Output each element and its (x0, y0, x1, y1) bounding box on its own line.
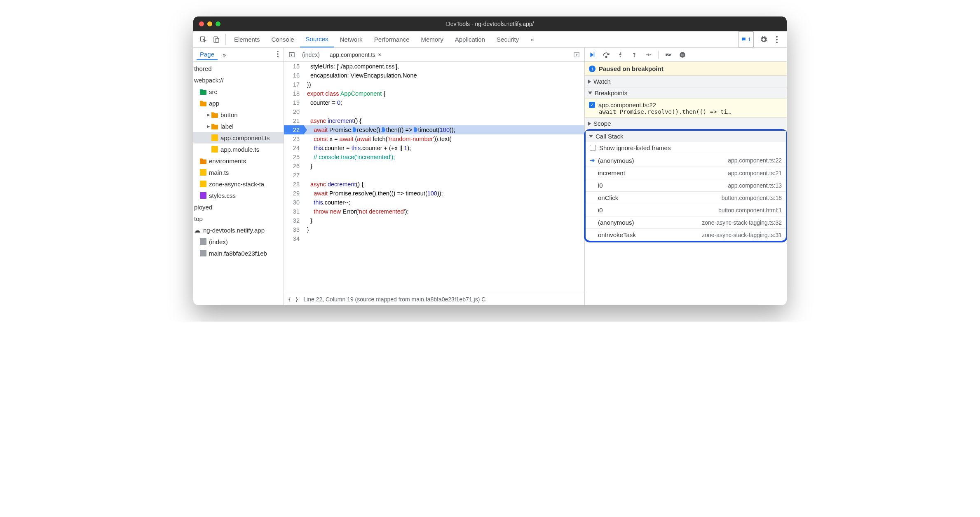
callstack-frame[interactable]: incrementapp.component.ts:21 (586, 167, 786, 179)
line-number[interactable]: 29 (284, 189, 304, 198)
tab-memory[interactable]: Memory (415, 31, 449, 47)
code-line[interactable]: 29 await Promise.resolve().then(() => ti… (284, 189, 584, 198)
line-number[interactable]: 21 (284, 116, 304, 125)
code-line[interactable]: 31 throw new Error('not decremented'); (284, 207, 584, 216)
checkbox-icon[interactable] (590, 145, 596, 151)
line-number[interactable]: 32 (284, 216, 304, 225)
file-tree-item[interactable]: app.module.ts (193, 143, 284, 155)
code-line[interactable]: 25 // console.trace('incremented'); (284, 153, 584, 162)
file-tree-item[interactable]: webpack:// (193, 74, 284, 86)
line-number[interactable]: 15 (284, 62, 304, 71)
code-line[interactable]: 28 async decrement() { (284, 180, 584, 189)
close-tab-icon[interactable]: × (378, 52, 381, 58)
file-tree-item[interactable]: environments (193, 155, 284, 167)
line-number[interactable]: 17 (284, 80, 304, 89)
file-tree-item[interactable]: ☁︎ng-devtools.netlify.app (193, 224, 284, 236)
show-ignored-toggle[interactable]: Show ignore-listed frames (586, 142, 786, 154)
line-number[interactable]: 30 (284, 198, 304, 207)
code-line[interactable]: 30 this.counter--; (284, 198, 584, 207)
tab-security[interactable]: Security (491, 31, 525, 47)
code-line[interactable]: 20 (284, 107, 584, 116)
line-number[interactable]: 23 (284, 134, 304, 143)
callstack-frame[interactable]: (anonymous)zone-async-stack-tagging.ts:3… (586, 216, 786, 228)
code-line[interactable]: 22 await Promise.resolve().then(() => ti… (284, 125, 584, 134)
code-line[interactable]: 15 styleUrls: ['./app.component.css'], (284, 62, 584, 71)
line-number[interactable]: 27 (284, 171, 304, 180)
step-into-icon[interactable] (616, 51, 624, 59)
callstack-frame[interactable]: i0button.component.html:1 (586, 204, 786, 216)
run-snippet-icon[interactable] (571, 52, 582, 58)
file-tree-item[interactable]: (index) (193, 236, 284, 247)
file-tree-item[interactable]: top (193, 213, 284, 224)
code-line[interactable]: 24 this.counter = this.counter + (+x || … (284, 143, 584, 153)
code-line[interactable]: 32 } (284, 216, 584, 225)
deactivate-breakpoints-icon[interactable] (664, 51, 673, 59)
line-number[interactable]: 31 (284, 207, 304, 216)
pretty-print-icon[interactable]: { } (288, 296, 298, 303)
breakpoint-checkbox[interactable]: ✓ (589, 102, 595, 108)
line-number[interactable]: 22 (284, 125, 304, 134)
file-tree-item[interactable]: ▸button (193, 109, 284, 120)
file-tree-item[interactable]: ployed (193, 201, 284, 213)
line-number[interactable]: 25 (284, 153, 304, 162)
line-number[interactable]: 18 (284, 89, 304, 98)
file-tree-item[interactable]: app.component.ts (193, 132, 284, 143)
editor-tab-app-component[interactable]: app.component.ts × (326, 50, 385, 60)
resume-icon[interactable] (588, 51, 596, 59)
breakpoint-item[interactable]: ✓ app.component.ts:22 await Promise.reso… (585, 99, 787, 118)
tab-application[interactable]: Application (449, 31, 491, 47)
step-over-icon[interactable] (602, 51, 610, 59)
more-icon[interactable] (770, 31, 783, 47)
callstack-frame[interactable]: onClickbutton.component.ts:18 (586, 191, 786, 204)
file-tree-item[interactable]: thored (193, 63, 284, 74)
line-number[interactable]: 26 (284, 162, 304, 171)
line-number[interactable]: 20 (284, 107, 304, 116)
line-number[interactable]: 19 (284, 98, 304, 107)
code-line[interactable]: 17}) (284, 80, 584, 89)
file-tree-item[interactable]: zone-async-stack-ta (193, 178, 284, 190)
code-line[interactable]: 18export class AppComponent { (284, 89, 584, 98)
callstack-frame[interactable]: i0app.component.ts:13 (586, 179, 786, 191)
code-area[interactable]: 15 styleUrls: ['./app.component.css'],16… (284, 62, 584, 293)
file-tree-item[interactable]: ▸label (193, 120, 284, 132)
code-line[interactable]: 16 encapsulation: ViewEncapsulation.None (284, 71, 584, 80)
file-tree-item[interactable]: main.ts (193, 167, 284, 178)
file-tree-item[interactable]: styles.css (193, 190, 284, 201)
tab-performance[interactable]: Performance (368, 31, 415, 47)
step-icon[interactable] (644, 51, 652, 59)
nav-back-icon[interactable] (286, 52, 297, 58)
line-number[interactable]: 24 (284, 143, 304, 153)
file-tree-item[interactable]: main.fa8bfa0e23f1eb (193, 247, 284, 259)
callstack-frame[interactable]: onInvokeTaskzone-async-stack-tagging.ts:… (586, 228, 786, 241)
code-line[interactable]: 34 (284, 234, 584, 243)
pause-exceptions-icon[interactable] (678, 51, 687, 59)
editor-tab-index[interactable]: (index) (298, 50, 324, 60)
scope-section[interactable]: Scope (585, 118, 787, 129)
issues-badge[interactable]: 1 (738, 31, 754, 47)
navigator-more-icon[interactable] (275, 51, 280, 59)
device-toggle-icon[interactable] (210, 31, 223, 47)
code-line[interactable]: 33} (284, 225, 584, 234)
callstack-frame[interactable]: ➔(anonymous)app.component.ts:22 (586, 154, 786, 167)
step-out-icon[interactable] (630, 51, 638, 59)
code-line[interactable]: 21 async increment() { (284, 116, 584, 125)
inspect-icon[interactable] (197, 31, 210, 47)
callstack-header[interactable]: Call Stack (586, 131, 786, 142)
breakpoints-header[interactable]: Breakpoints (585, 87, 787, 99)
tab-network[interactable]: Network (334, 31, 368, 47)
file-tree-item[interactable]: app (193, 97, 284, 109)
navigator-overflow[interactable]: » (219, 49, 229, 60)
watch-section[interactable]: Watch (585, 75, 787, 87)
tab-console[interactable]: Console (266, 31, 300, 47)
code-line[interactable]: 19 counter = 0; (284, 98, 584, 107)
page-tab[interactable]: Page (197, 49, 218, 60)
line-number[interactable]: 33 (284, 225, 304, 234)
tabs-overflow[interactable]: » (525, 31, 539, 47)
file-tree[interactable]: thoredwebpack://srcapp▸button▸labelapp.c… (193, 62, 284, 305)
code-line[interactable]: 23 const x = await (await fetch('/random… (284, 134, 584, 143)
settings-icon[interactable] (757, 31, 770, 47)
tab-elements[interactable]: Elements (228, 31, 266, 47)
line-number[interactable]: 16 (284, 71, 304, 80)
code-line[interactable]: 26 } (284, 162, 584, 171)
file-tree-item[interactable]: src (193, 86, 284, 97)
